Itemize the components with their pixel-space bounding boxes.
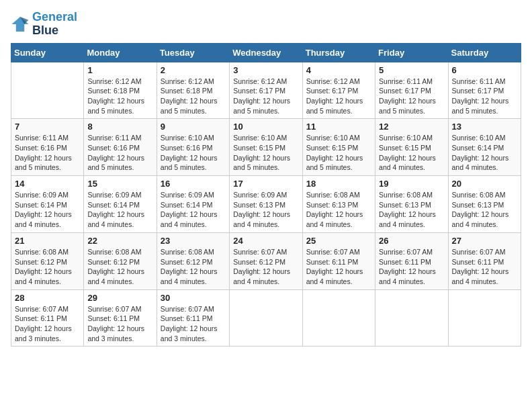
calendar-cell: 14Sunrise: 6:09 AMSunset: 6:14 PMDayligh… — [11, 176, 84, 233]
calendar-week-row: 7Sunrise: 6:11 AMSunset: 6:16 PMDaylight… — [11, 119, 521, 176]
column-header-friday: Friday — [375, 43, 448, 62]
day-info: Sunrise: 6:10 AMSunset: 6:14 PMDaylight:… — [452, 133, 517, 173]
day-number: 15 — [87, 179, 152, 189]
column-header-saturday: Saturday — [448, 43, 521, 62]
logo-icon — [11, 15, 30, 34]
column-header-sunday: Sunday — [11, 43, 84, 62]
day-info: Sunrise: 6:08 AMSunset: 6:13 PMDaylight:… — [452, 190, 517, 230]
day-info: Sunrise: 6:10 AMSunset: 6:16 PMDaylight:… — [161, 133, 226, 173]
day-number: 19 — [379, 179, 444, 189]
day-number: 24 — [233, 236, 298, 246]
calendar-cell: 7Sunrise: 6:11 AMSunset: 6:16 PMDaylight… — [11, 119, 84, 176]
day-info: Sunrise: 6:11 AMSunset: 6:17 PMDaylight:… — [452, 77, 517, 116]
day-number: 6 — [452, 65, 517, 75]
calendar-cell — [230, 289, 302, 347]
day-info: Sunrise: 6:10 AMSunset: 6:15 PMDaylight:… — [233, 133, 298, 173]
day-info: Sunrise: 6:11 AMSunset: 6:16 PMDaylight:… — [15, 133, 80, 173]
day-number: 14 — [15, 179, 80, 189]
logo: GeneralBlue — [11, 11, 77, 38]
day-info: Sunrise: 6:08 AMSunset: 6:12 PMDaylight:… — [161, 247, 226, 287]
day-number: 23 — [161, 236, 226, 246]
day-number: 11 — [306, 122, 371, 132]
day-info: Sunrise: 6:07 AMSunset: 6:11 PMDaylight:… — [379, 247, 444, 287]
day-number: 2 — [161, 65, 226, 75]
day-info: Sunrise: 6:09 AMSunset: 6:14 PMDaylight:… — [87, 190, 152, 230]
calendar-cell: 5Sunrise: 6:11 AMSunset: 6:17 PMDaylight… — [375, 62, 448, 119]
day-number: 12 — [379, 122, 444, 132]
day-info: Sunrise: 6:09 AMSunset: 6:14 PMDaylight:… — [161, 190, 226, 230]
day-number: 3 — [233, 65, 298, 75]
day-number: 26 — [379, 236, 444, 246]
calendar-cell: 11Sunrise: 6:10 AMSunset: 6:15 PMDayligh… — [302, 119, 375, 176]
calendar-cell: 13Sunrise: 6:10 AMSunset: 6:14 PMDayligh… — [448, 119, 521, 176]
calendar-cell: 25Sunrise: 6:07 AMSunset: 6:11 PMDayligh… — [302, 232, 375, 289]
calendar-cell: 27Sunrise: 6:07 AMSunset: 6:11 PMDayligh… — [448, 232, 521, 289]
calendar-cell: 6Sunrise: 6:11 AMSunset: 6:17 PMDaylight… — [448, 62, 521, 119]
day-number: 21 — [15, 236, 80, 246]
calendar-cell: 1Sunrise: 6:12 AMSunset: 6:18 PMDaylight… — [84, 62, 157, 119]
day-number: 1 — [87, 65, 152, 75]
day-info: Sunrise: 6:08 AMSunset: 6:13 PMDaylight:… — [306, 190, 371, 230]
column-header-tuesday: Tuesday — [157, 43, 229, 62]
logo-text: GeneralBlue — [32, 11, 77, 38]
day-info: Sunrise: 6:08 AMSunset: 6:13 PMDaylight:… — [379, 190, 444, 230]
calendar-cell: 16Sunrise: 6:09 AMSunset: 6:14 PMDayligh… — [157, 176, 229, 233]
day-info: Sunrise: 6:08 AMSunset: 6:12 PMDaylight:… — [87, 247, 152, 287]
day-number: 18 — [306, 179, 371, 189]
calendar-week-row: 1Sunrise: 6:12 AMSunset: 6:18 PMDaylight… — [11, 62, 521, 119]
calendar-cell: 26Sunrise: 6:07 AMSunset: 6:11 PMDayligh… — [375, 232, 448, 289]
day-info: Sunrise: 6:07 AMSunset: 6:11 PMDaylight:… — [15, 304, 80, 344]
calendar-cell: 19Sunrise: 6:08 AMSunset: 6:13 PMDayligh… — [375, 176, 448, 233]
calendar-cell: 23Sunrise: 6:08 AMSunset: 6:12 PMDayligh… — [157, 232, 229, 289]
day-number: 16 — [161, 179, 226, 189]
page-header: GeneralBlue — [11, 11, 521, 38]
day-number: 25 — [306, 236, 371, 246]
calendar-cell — [448, 289, 521, 347]
calendar-table: SundayMondayTuesdayWednesdayThursdayFrid… — [11, 43, 521, 347]
day-number: 17 — [233, 179, 298, 189]
day-number: 4 — [306, 65, 371, 75]
calendar-cell: 29Sunrise: 6:07 AMSunset: 6:11 PMDayligh… — [84, 289, 157, 347]
calendar-cell — [375, 289, 448, 347]
day-info: Sunrise: 6:11 AMSunset: 6:16 PMDaylight:… — [87, 133, 152, 173]
day-info: Sunrise: 6:12 AMSunset: 6:17 PMDaylight:… — [233, 77, 298, 116]
day-number: 9 — [161, 122, 226, 132]
calendar-cell: 3Sunrise: 6:12 AMSunset: 6:17 PMDaylight… — [230, 62, 302, 119]
calendar-week-row: 21Sunrise: 6:08 AMSunset: 6:12 PMDayligh… — [11, 232, 521, 289]
day-number: 8 — [87, 122, 152, 132]
day-info: Sunrise: 6:08 AMSunset: 6:12 PMDaylight:… — [15, 247, 80, 287]
day-info: Sunrise: 6:09 AMSunset: 6:14 PMDaylight:… — [15, 190, 80, 230]
day-info: Sunrise: 6:10 AMSunset: 6:15 PMDaylight:… — [306, 133, 371, 173]
column-header-monday: Monday — [84, 43, 157, 62]
day-info: Sunrise: 6:09 AMSunset: 6:13 PMDaylight:… — [233, 190, 298, 230]
calendar-cell: 30Sunrise: 6:07 AMSunset: 6:11 PMDayligh… — [157, 289, 229, 347]
day-info: Sunrise: 6:07 AMSunset: 6:11 PMDaylight:… — [306, 247, 371, 287]
day-number: 28 — [15, 293, 80, 303]
day-number: 27 — [452, 236, 517, 246]
column-header-thursday: Thursday — [302, 43, 375, 62]
calendar-week-row: 14Sunrise: 6:09 AMSunset: 6:14 PMDayligh… — [11, 176, 521, 233]
calendar-cell: 28Sunrise: 6:07 AMSunset: 6:11 PMDayligh… — [11, 289, 84, 347]
day-number: 5 — [379, 65, 444, 75]
day-number: 22 — [87, 236, 152, 246]
day-info: Sunrise: 6:12 AMSunset: 6:18 PMDaylight:… — [161, 77, 226, 116]
calendar-cell — [11, 62, 84, 119]
calendar-week-row: 28Sunrise: 6:07 AMSunset: 6:11 PMDayligh… — [11, 289, 521, 347]
calendar-cell: 20Sunrise: 6:08 AMSunset: 6:13 PMDayligh… — [448, 176, 521, 233]
calendar-cell: 21Sunrise: 6:08 AMSunset: 6:12 PMDayligh… — [11, 232, 84, 289]
calendar-cell: 8Sunrise: 6:11 AMSunset: 6:16 PMDaylight… — [84, 119, 157, 176]
calendar-header-row: SundayMondayTuesdayWednesdayThursdayFrid… — [11, 43, 521, 62]
day-info: Sunrise: 6:12 AMSunset: 6:18 PMDaylight:… — [87, 77, 152, 116]
day-number: 13 — [452, 122, 517, 132]
calendar-cell: 10Sunrise: 6:10 AMSunset: 6:15 PMDayligh… — [230, 119, 302, 176]
calendar-cell: 12Sunrise: 6:10 AMSunset: 6:15 PMDayligh… — [375, 119, 448, 176]
calendar-cell: 24Sunrise: 6:07 AMSunset: 6:12 PMDayligh… — [230, 232, 302, 289]
day-number: 30 — [161, 293, 226, 303]
calendar-cell: 4Sunrise: 6:12 AMSunset: 6:17 PMDaylight… — [302, 62, 375, 119]
calendar-cell: 15Sunrise: 6:09 AMSunset: 6:14 PMDayligh… — [84, 176, 157, 233]
calendar-cell: 22Sunrise: 6:08 AMSunset: 6:12 PMDayligh… — [84, 232, 157, 289]
calendar-cell — [302, 289, 375, 347]
day-info: Sunrise: 6:07 AMSunset: 6:11 PMDaylight:… — [87, 304, 152, 344]
day-info: Sunrise: 6:07 AMSunset: 6:12 PMDaylight:… — [233, 247, 298, 287]
day-info: Sunrise: 6:10 AMSunset: 6:15 PMDaylight:… — [379, 133, 444, 173]
